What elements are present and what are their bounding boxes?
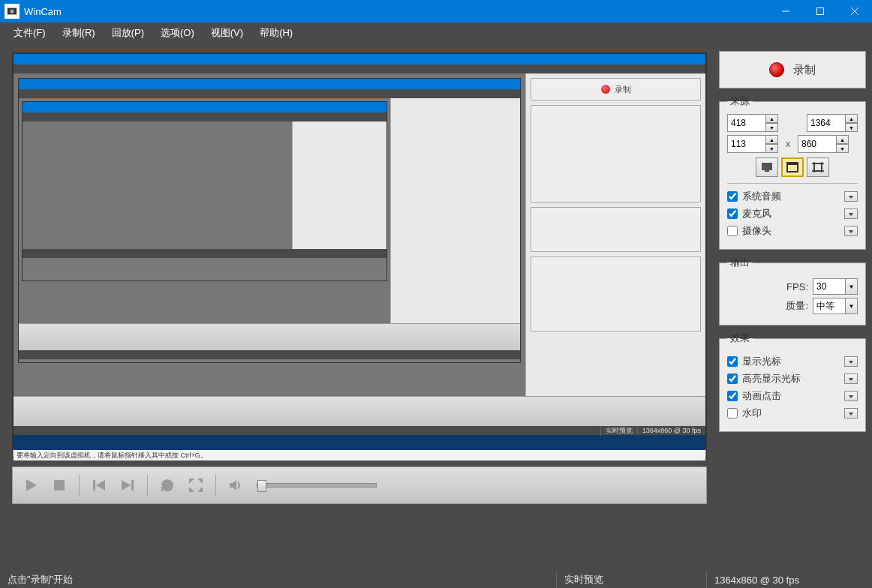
watermark-label: 水印 [742, 406, 762, 420]
spin-up[interactable]: ▲ [766, 135, 778, 144]
spin-up[interactable]: ▲ [766, 114, 778, 123]
watermark-config-button[interactable] [844, 408, 858, 418]
svg-marker-10 [122, 480, 131, 490]
highlight-cursor-label: 高亮显示光标 [742, 372, 801, 386]
output-panel: 输出 FPS: ▼ 质量: ▼ [719, 256, 866, 326]
title-bar: WinCam [0, 0, 872, 22]
svg-rect-14 [765, 170, 769, 172]
fullscreen-button[interactable] [184, 473, 208, 497]
volume-slider[interactable] [257, 483, 377, 488]
microphone-config-button[interactable] [844, 208, 858, 219]
spin-down[interactable]: ▼ [837, 144, 849, 153]
fps-input[interactable] [813, 278, 846, 295]
status-hint: 点击"录制"开始 [0, 572, 557, 588]
menu-options[interactable]: 选项(O) [153, 23, 202, 43]
effects-panel: 效果 显示光标 高亮显示光标 动画点击 [719, 332, 866, 432]
mode-window-button[interactable] [781, 158, 804, 177]
status-preview-label: 实时预览 [557, 572, 707, 588]
animate-click-input[interactable] [727, 391, 738, 401]
record-button[interactable]: 录制 [719, 51, 866, 88]
sidebar: 录制 来源 ▲▼ ▲▼ ▲▼ x [719, 44, 872, 572]
source-height-input[interactable] [807, 114, 846, 132]
microphone-checkbox[interactable]: 麦克风 [727, 207, 771, 220]
minimize-button[interactable] [768, 0, 803, 22]
record-icon [769, 62, 784, 77]
fps-select[interactable]: ▼ [813, 278, 858, 295]
spin-up[interactable]: ▲ [837, 135, 849, 144]
skip-start-button[interactable] [87, 473, 111, 497]
source-height-spin[interactable]: ▲▼ [807, 114, 858, 132]
nested-dims-label: 1364x860 @ 30 fps [637, 427, 705, 434]
watermark-input[interactable] [727, 408, 738, 418]
fps-label: FPS: [786, 281, 808, 292]
show-cursor-input[interactable] [727, 356, 738, 367]
highlight-cursor-config-button[interactable] [844, 374, 858, 384]
quality-dropdown-button[interactable]: ▼ [846, 298, 858, 314]
svg-point-1 [10, 9, 14, 13]
playback-toolbar [12, 466, 707, 504]
svg-marker-9 [96, 480, 105, 490]
menu-file[interactable]: 文件(F) [6, 23, 53, 43]
record-label: 录制 [793, 63, 816, 77]
menu-playback[interactable]: 回放(P) [104, 23, 152, 43]
volume-button[interactable] [224, 473, 248, 497]
svg-rect-17 [814, 164, 822, 171]
system-audio-label: 系统音频 [742, 190, 781, 203]
stop-button[interactable] [47, 473, 71, 497]
fps-dropdown-button[interactable]: ▼ [846, 278, 858, 295]
mode-region-button[interactable] [807, 158, 829, 177]
animate-click-checkbox[interactable]: 动画点击 [727, 389, 781, 403]
system-audio-input[interactable] [727, 191, 738, 202]
source-width-input[interactable] [727, 114, 766, 132]
spin-down[interactable]: ▼ [846, 123, 858, 132]
play-button[interactable] [19, 473, 43, 497]
mode-fullscreen-button[interactable] [756, 158, 778, 177]
watermark-checkbox[interactable]: 水印 [727, 406, 762, 420]
loop-button[interactable] [155, 473, 179, 497]
source-y-spin[interactable]: ▲▼ [798, 135, 849, 153]
animate-click-label: 动画点击 [742, 389, 781, 403]
close-button[interactable] [837, 0, 872, 22]
source-width-spin[interactable]: ▲▼ [727, 114, 778, 132]
camera-config-button[interactable] [844, 226, 858, 236]
quality-input[interactable] [813, 298, 846, 314]
svg-marker-6 [26, 479, 37, 491]
camera-checkbox[interactable]: 摄像头 [727, 224, 771, 238]
source-y-input[interactable] [798, 135, 837, 153]
app-icon [5, 4, 20, 19]
show-cursor-label: 显示光标 [742, 355, 781, 368]
svg-rect-7 [54, 480, 65, 490]
dimension-separator: x [786, 139, 790, 149]
highlight-cursor-checkbox[interactable]: 高亮显示光标 [727, 372, 801, 386]
status-bar: 点击"录制"开始 实时预览 1364x860 @ 30 fps [0, 572, 872, 588]
maximize-button[interactable] [803, 0, 837, 22]
camera-input[interactable] [727, 226, 738, 236]
quality-select[interactable]: ▼ [813, 298, 858, 314]
menu-record[interactable]: 录制(R) [55, 23, 103, 43]
show-cursor-checkbox[interactable]: 显示光标 [727, 355, 781, 368]
output-legend: 输出 [727, 256, 753, 269]
source-legend: 来源 [727, 94, 753, 108]
microphone-input[interactable] [727, 208, 738, 219]
svg-rect-3 [817, 8, 824, 15]
menu-help[interactable]: 帮助(H) [252, 23, 300, 43]
nested-preview-label: 实时预览 [600, 426, 637, 436]
system-audio-checkbox[interactable]: 系统音频 [727, 190, 781, 203]
svg-rect-11 [131, 480, 134, 490]
spin-down[interactable]: ▼ [766, 123, 778, 132]
spin-down[interactable]: ▼ [766, 144, 778, 153]
source-x-spin[interactable]: ▲▼ [727, 135, 778, 153]
svg-rect-13 [762, 163, 772, 170]
show-cursor-config-button[interactable] [844, 356, 858, 367]
menu-view[interactable]: 视图(V) [203, 23, 251, 43]
system-audio-config-button[interactable] [844, 191, 858, 202]
spin-up[interactable]: ▲ [846, 114, 858, 123]
svg-rect-8 [93, 480, 95, 490]
animate-click-config-button[interactable] [844, 391, 858, 401]
camera-label: 摄像头 [742, 224, 771, 238]
highlight-cursor-input[interactable] [727, 374, 738, 384]
status-dimensions: 1364x860 @ 30 fps [707, 572, 872, 588]
source-x-input[interactable] [727, 135, 766, 153]
skip-end-button[interactable] [116, 473, 140, 497]
source-panel: 来源 ▲▼ ▲▼ ▲▼ x ▲ [719, 94, 866, 250]
